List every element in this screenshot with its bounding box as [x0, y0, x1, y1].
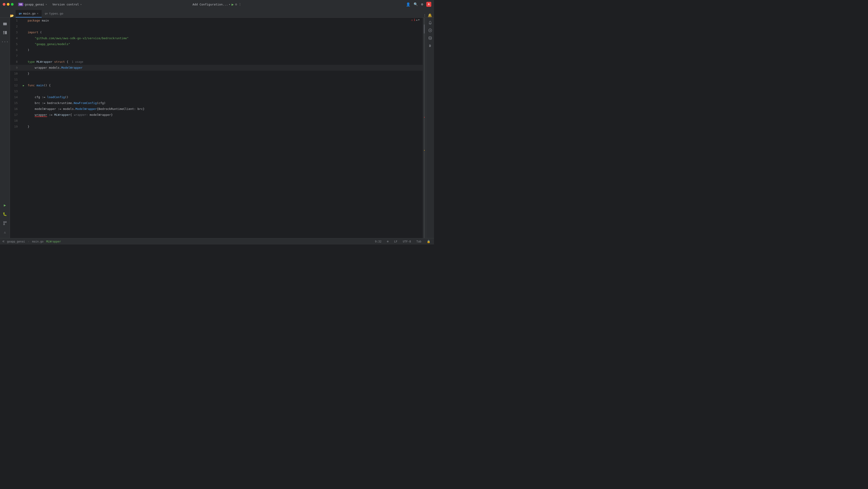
status-line-ending[interactable]: LF: [393, 239, 398, 243]
code-line-19: 19 }: [10, 124, 423, 130]
statusbar: ⑆ goapp_genai › main.go MLWrapper 9:32 ⊕…: [0, 238, 434, 244]
code-line-10: 10 }: [10, 71, 423, 77]
svg-rect-4: [5, 31, 7, 34]
project-badge: GG: [18, 3, 23, 6]
code-line-1: 1 package main: [10, 18, 423, 24]
minimize-button[interactable]: [7, 3, 9, 6]
titlebar-right: 👤 🔍 ⚙ A: [406, 2, 431, 7]
line-content-17: wrapper := MLWrapper{ wrapper: modelWrap…: [26, 112, 423, 118]
more-options-icon[interactable]: ⋮: [238, 2, 242, 6]
tabs-more-icon[interactable]: ⋮: [423, 13, 426, 17]
line-content-8: type MLWrapper struct { 1 usage: [26, 59, 423, 65]
tab-main-go[interactable]: go main.go ✕: [16, 10, 42, 18]
sidebar-item-vcs[interactable]: [1, 219, 9, 227]
status-hover-text: MLWrapper: [46, 240, 61, 243]
line-content-15: brc := bedrockruntime.NewFromConfig(cfg): [26, 100, 423, 106]
line-number-16: 16: [10, 106, 21, 112]
gear-icon[interactable]: ⚙: [235, 2, 237, 6]
search-icon[interactable]: 🔍: [414, 2, 418, 6]
line-content-6: ): [26, 47, 423, 53]
tabsbar: 📂 go main.go ✕ go types.go ⋮ 🔔: [0, 9, 434, 18]
line-number-19: 19: [10, 124, 21, 130]
add-configuration-button[interactable]: Add Configuration... ▾: [192, 3, 230, 6]
sidebar-toggle-icon[interactable]: 📂: [10, 14, 14, 18]
sidebar-item-problems[interactable]: ⚠: [1, 228, 9, 236]
sidebar-item-more[interactable]: ···: [1, 38, 9, 46]
sidebar-item-run[interactable]: ▶: [1, 201, 9, 209]
code-editor[interactable]: 1 package main 2 3 import ( 4 "github: [10, 18, 423, 238]
account-icon[interactable]: 👤: [406, 2, 410, 6]
svg-point-8: [430, 24, 430, 25]
code-line-6: 6 ): [10, 47, 423, 53]
status-encoding[interactable]: UTF-8: [402, 239, 412, 243]
code-line-9: 9 wrapper models.ModelWrapper: [10, 65, 423, 71]
tool-bookmarks-icon[interactable]: D: [427, 42, 433, 49]
status-line-col[interactable]: 9:32: [374, 239, 382, 243]
notifications-bell-icon[interactable]: 🔔: [428, 13, 432, 18]
line-number-10: 10: [10, 71, 21, 77]
chevron-down-icon: ▾: [45, 3, 47, 6]
line-number-7: 7: [10, 53, 21, 59]
tab-main-go-close[interactable]: ✕: [37, 12, 38, 15]
line-number-9: 9: [10, 65, 21, 71]
error-marker: [424, 117, 425, 118]
code-line-11: 11: [10, 77, 423, 83]
titlebar-center: Add Configuration... ▾ ▶ ⚙ ⋮: [192, 2, 242, 6]
line-content-12: func main() {: [26, 83, 423, 88]
code-line-13: 13: [10, 88, 423, 94]
line-content-16: modelWrapper := models.ModelWrapper{Bedr…: [26, 106, 423, 112]
tool-notifications-icon[interactable]: [427, 20, 433, 26]
svg-point-5: [3, 222, 4, 223]
version-control[interactable]: Version control ▾: [52, 3, 82, 6]
svg-rect-2: [3, 32, 4, 33]
profile-button[interactable]: A: [426, 2, 431, 7]
line-number-2: 2: [10, 24, 21, 29]
scrollbar-thumb[interactable]: [424, 25, 425, 33]
code-line-5: 5 "goapp_genai/models": [10, 41, 423, 47]
maximize-button[interactable]: [11, 3, 13, 6]
config-chevron-icon: ▾: [229, 3, 230, 6]
line-content-4: "github.com/aws/aws-sdk-go-v2/service/be…: [26, 35, 423, 41]
editor-area: ⚠ 1 ▲ ▼ 1 package main 2 3 import (: [10, 18, 423, 238]
line-content-3: import (: [26, 29, 423, 35]
line-number-15: 15: [10, 100, 21, 106]
sidebar-item-debug[interactable]: 🐛: [1, 210, 9, 218]
statusbar-left: ⑆ goapp_genai › main.go MLWrapper: [3, 239, 61, 243]
status-indent[interactable]: Tab: [415, 239, 422, 243]
line-content-9: wrapper models.ModelWrapper: [26, 65, 423, 71]
line-number-4: 4: [10, 35, 21, 41]
svg-rect-1: [3, 31, 4, 32]
tool-database-icon[interactable]: [427, 35, 433, 41]
code-line-3: 3 import (: [10, 29, 423, 35]
close-button[interactable]: [3, 3, 5, 6]
line-content-14: cfg := loadConfig(): [26, 94, 423, 100]
status-file[interactable]: main.go: [31, 239, 44, 243]
status-project[interactable]: goapp_genai: [6, 239, 26, 243]
code-line-17: 17 wrapper := MLWrapper{ wrapper: modelW…: [10, 112, 423, 118]
svg-point-6: [3, 224, 4, 225]
go-file-icon: go: [19, 12, 22, 15]
run-main-icon[interactable]: ▶: [23, 84, 25, 87]
code-line-4: 4 "github.com/aws/aws-sdk-go-v2/service/…: [10, 35, 423, 41]
status-lock-icon[interactable]: 🔒: [426, 239, 431, 243]
tool-panel: D: [426, 18, 434, 238]
code-line-18: 18: [10, 118, 423, 124]
traffic-lights: [3, 3, 13, 6]
sidebar-bottom: ▶ 🐛 ⚠: [1, 201, 9, 238]
project-name[interactable]: goapp_genai: [25, 3, 44, 6]
warning-marker: [424, 150, 425, 151]
sidebar-item-folder[interactable]: [1, 20, 9, 28]
left-sidebar: ··· ▶ 🐛 ⚠: [0, 18, 10, 238]
sidebar-item-structure[interactable]: [1, 29, 9, 37]
run-button[interactable]: ▶: [231, 2, 234, 6]
status-encoding-icon[interactable]: ⊕: [386, 239, 390, 243]
tabs-right: ⋮ 🔔: [423, 13, 434, 18]
line-content-5: "goapp_genai/models": [26, 41, 423, 47]
settings-icon[interactable]: ⚙: [421, 2, 423, 6]
line-number-12: 12: [10, 83, 21, 88]
tool-plugins-icon[interactable]: [427, 27, 433, 33]
line-number-1: 1: [10, 18, 21, 24]
line-number-5: 5: [10, 41, 21, 47]
line-number-8: 8: [10, 59, 21, 65]
tab-types-go[interactable]: go types.go: [42, 10, 67, 18]
